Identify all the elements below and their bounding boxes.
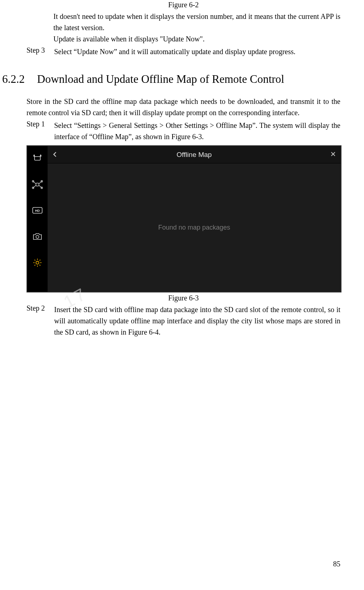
step-1-text: Select “Settings > General Settings > Ot…	[54, 120, 340, 142]
screenshot-header: Offline Map	[48, 146, 341, 163]
screenshot-main: Offline Map Found no map packages	[48, 146, 341, 292]
step-3-text: Select “Update Now” and it will automati…	[54, 46, 340, 57]
note-line-1: It doesn't need to update when it displa…	[53, 11, 340, 33]
svg-rect-0	[35, 157, 40, 160]
remote-icon[interactable]	[32, 153, 43, 163]
svg-point-17	[36, 261, 39, 264]
svg-rect-9	[36, 183, 39, 186]
camera-icon[interactable]	[32, 231, 43, 242]
step-1-label: Step 1	[27, 120, 54, 142]
screenshot-title: Offline Map	[48, 151, 341, 159]
page-number: 85	[333, 560, 340, 568]
svg-text:HD: HD	[35, 209, 40, 213]
empty-message: Found no map packages	[158, 224, 230, 231]
section-heading: 6.2.2 Download and Update Offline Map of…	[2, 73, 340, 86]
heading-title: Download and Update Offline Map of Remot…	[37, 73, 284, 86]
step-2-label: Step 2	[27, 304, 54, 338]
step-2-text: Insert the SD card with offline map data…	[54, 304, 340, 338]
close-icon[interactable]	[331, 151, 336, 158]
intro-paragraph: Store in the SD card the offline map dat…	[27, 96, 340, 118]
step-1-row: Step 1 Select “Settings > General Settin…	[27, 120, 340, 142]
step-3-row: Step 3 Select “Update Now” and it will a…	[27, 46, 340, 57]
figure-caption-top: Figure 6-2	[27, 1, 340, 9]
svg-point-4	[40, 155, 41, 157]
step-2-row: Step 2 Insert the SD card with offline m…	[27, 304, 340, 338]
svg-point-16	[36, 235, 39, 238]
svg-point-3	[34, 155, 35, 157]
note-line-2: Update is available when it displays "Up…	[53, 33, 340, 45]
screenshot-sidebar: HD	[27, 146, 48, 292]
step-3-label: Step 3	[27, 46, 54, 57]
figure-caption-mid: Figure 6-3	[27, 294, 340, 302]
heading-number: 6.2.2	[2, 73, 25, 86]
gear-icon[interactable]	[32, 257, 43, 268]
screenshot-body: Found no map packages	[48, 163, 341, 292]
hd-icon[interactable]: HD	[32, 205, 43, 216]
offline-map-screenshot: HD Offline Map Found no map packages	[27, 145, 341, 292]
aircraft-icon[interactable]	[32, 179, 43, 190]
